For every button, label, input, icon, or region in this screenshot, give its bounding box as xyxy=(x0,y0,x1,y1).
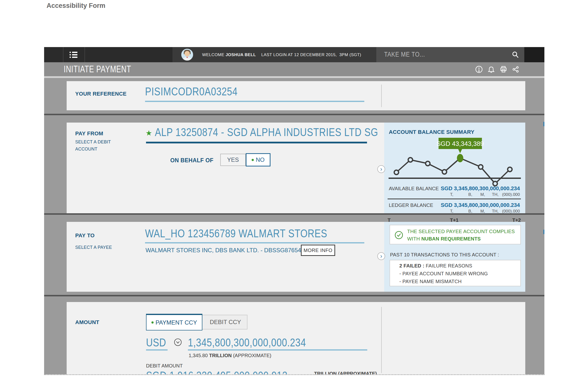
page-header-title: INITIATE PAYMENT xyxy=(64,64,131,75)
pay-from-label: PAY FROM xyxy=(75,130,103,137)
menu-icon[interactable] xyxy=(70,52,78,58)
favorite-star-icon[interactable]: ★ xyxy=(145,129,152,137)
failed-transactions-box: 2 FAILED : FAILURE REASONS - PAYEE ACCOU… xyxy=(390,260,521,286)
failure-reason-2: - PAYEE NAME MISMATCH xyxy=(399,278,462,285)
page-cut-dotted-line xyxy=(44,374,544,378)
currency-underline xyxy=(146,349,168,351)
chart-tooltip-pointer xyxy=(458,149,462,153)
last-login: LAST LOGIN AT 12 DECEMBER 2015, 3PM (SGT… xyxy=(261,53,361,57)
available-balance-scale: T, B, M, TH, (000).000 xyxy=(450,192,520,197)
amount-input[interactable]: 1,345,800,300,000,000.234 xyxy=(188,336,306,349)
available-balance-label: AVAILABLE BALANCE xyxy=(389,186,439,191)
input-underline xyxy=(145,101,364,102)
top-bar-end xyxy=(524,47,544,62)
ledger-balance-scale: T, B, M, TH, (000).000 xyxy=(450,209,520,214)
failed-count: 2 FAILED : xyxy=(399,263,424,269)
your-reference-label: YOUR REFERENCE xyxy=(75,91,127,97)
payee-details: WALMART STORES INC, DBS BANK LTD. - DBSS… xyxy=(145,247,301,254)
ledger-balance-value: SGD 3,345,800,300,000,000.234 xyxy=(441,202,520,208)
currency-tab-group: PAYMENT CCY DEBIT CCY xyxy=(146,315,248,329)
alert-icon[interactable] xyxy=(475,66,483,73)
account-balance-panel: ACCOUNT BALANCE SUMMARY SGD 43,343,389 T… xyxy=(384,122,525,213)
compliance-text: THE SELECTED PAYEE ACCOUNT COMPLIES WITH… xyxy=(407,228,515,243)
debit-account-select[interactable]: ALP 13250874 - SGD ALPHA INDUSTRIES LTD … xyxy=(155,125,378,139)
debit-amount-label: DEBIT AMOUNT xyxy=(146,363,183,369)
pay-to-sublabel: SELECT A PAYEE xyxy=(75,244,112,251)
on-behalf-no-button[interactable]: NO xyxy=(246,153,271,166)
failed-line: 2 FAILED : FAILURE REASONS xyxy=(399,262,472,270)
chart-tooltip-text: SGD 43,343,389 xyxy=(436,140,484,147)
section-divider xyxy=(44,295,544,296)
debit-amount-value: SGD 1,916,320,495,000,000,912 xyxy=(146,369,287,374)
avatar[interactable] xyxy=(181,49,193,61)
next-panel-peek xyxy=(543,230,544,234)
payee-underline xyxy=(145,242,364,243)
user-name: JOSHUA BELL xyxy=(226,53,256,57)
tab-payment-label: PAYMENT CCY xyxy=(156,319,197,326)
expand-balance-panel-button[interactable]: › xyxy=(377,165,385,173)
welcome-message: WELCOME JOSHUA BELLLAST LOGIN AT 12 DECE… xyxy=(202,53,361,57)
welcome-prefix: WELCOME xyxy=(202,53,226,57)
tab-debit-ccy[interactable]: DEBIT CCY xyxy=(202,315,248,329)
pay-from-sublabel: SELECT A DEBIT ACCOUNT xyxy=(75,138,117,153)
approx-bold: TRILLION xyxy=(209,353,232,358)
bell-icon[interactable] xyxy=(487,66,495,73)
next-panel-peek xyxy=(543,122,544,126)
header-divider-strip xyxy=(44,76,544,78)
failure-reason-1: - PAYEE ACCOUNT NUMBER WRONG xyxy=(399,270,488,278)
expand-payee-panel-button[interactable]: › xyxy=(377,252,385,260)
tab-debit-label: DEBIT CCY xyxy=(210,319,241,325)
payee-select[interactable]: WAL_HO 123456789 WALMART STORES xyxy=(145,227,327,240)
past-transactions-title: PAST 10 TRANSACTIONS TO THIS ACCOUNT : xyxy=(390,251,499,259)
section-amount: AMOUNT PAYMENT CCY DEBIT CCY USD 1,345,8… xyxy=(67,302,525,374)
more-info-button[interactable]: MORE INFO xyxy=(301,245,335,256)
top-bar: WELCOME JOSHUA BELLLAST LOGIN AT 12 DECE… xyxy=(44,47,544,62)
on-behalf-of-label: ON BEHALF OF xyxy=(170,157,213,164)
search-placeholder: TAKE ME TO... xyxy=(384,51,425,58)
user-info-area: WELCOME JOSHUA BELLLAST LOGIN AT 12 DECE… xyxy=(172,47,376,62)
more-info-label: MORE INFO xyxy=(303,248,332,253)
tab-payment-ccy[interactable]: PAYMENT CCY xyxy=(146,314,202,330)
approx-suffix: (APPROXIMATE) xyxy=(232,353,272,358)
payee-check-panel: THE SELECTED PAYEE ACCOUNT COMPLIES WITH… xyxy=(384,222,525,292)
failed-rest: FAILURE REASONS xyxy=(424,263,472,269)
approx-prefix: 1,345.80 xyxy=(189,353,209,358)
currency-dropdown-icon[interactable] xyxy=(174,338,182,347)
no-label: NO xyxy=(256,156,265,163)
debit-amount-small: TRILLION (APPROXIMATE) xyxy=(314,371,377,374)
search-box[interactable]: TAKE ME TO... xyxy=(376,47,524,62)
amount-label: AMOUNT xyxy=(75,319,99,325)
divider xyxy=(63,47,64,62)
compliance-line2-bold: NUBAN REQUIREMENTS xyxy=(421,236,481,242)
balance-divider xyxy=(388,199,521,199)
selected-dot xyxy=(252,159,254,161)
divider xyxy=(85,47,85,62)
column-divider xyxy=(381,85,382,107)
pay-to-label: PAY TO xyxy=(75,232,95,239)
selected-dot xyxy=(151,321,154,324)
amount-underline xyxy=(188,349,367,351)
your-reference-input[interactable]: PISIMCODR0A03254 xyxy=(145,85,238,98)
balance-summary-title: ACCOUNT BALANCE SUMMARY xyxy=(389,129,475,135)
compliance-line2-prefix: WITH xyxy=(407,236,421,242)
section-divider xyxy=(44,114,544,115)
amount-approximate: 1,345.80 TRILLION (APPROXIMATE) xyxy=(189,353,272,358)
check-circle-icon xyxy=(394,231,403,241)
printer-icon[interactable] xyxy=(499,66,507,73)
currency-select[interactable]: USD xyxy=(146,336,166,349)
app-window: WELCOME JOSHUA BELLLAST LOGIN AT 12 DECE… xyxy=(44,47,544,378)
compliance-box: THE SELECTED PAYEE ACCOUNT COMPLIES WITH… xyxy=(390,225,521,244)
compliance-line1: THE SELECTED PAYEE ACCOUNT COMPLIES xyxy=(407,229,515,234)
page-header: INITIATE PAYMENT xyxy=(44,62,544,76)
column-divider xyxy=(381,307,382,373)
page-title: Accessibility Form xyxy=(47,2,105,10)
account-underline xyxy=(146,142,367,143)
available-balance-value: SGD 3,345,800,300,000,000.234 xyxy=(441,185,520,192)
on-behalf-yes-button[interactable]: YES xyxy=(220,154,246,166)
chart-plot xyxy=(389,154,521,186)
search-icon[interactable] xyxy=(511,51,519,59)
share-icon[interactable] xyxy=(512,66,520,73)
ledger-balance-label: LEDGER BALANCE xyxy=(389,202,433,208)
yes-label: YES xyxy=(227,156,239,163)
section-your-reference: YOUR REFERENCE PISIMCODR0A03254 xyxy=(67,81,525,110)
